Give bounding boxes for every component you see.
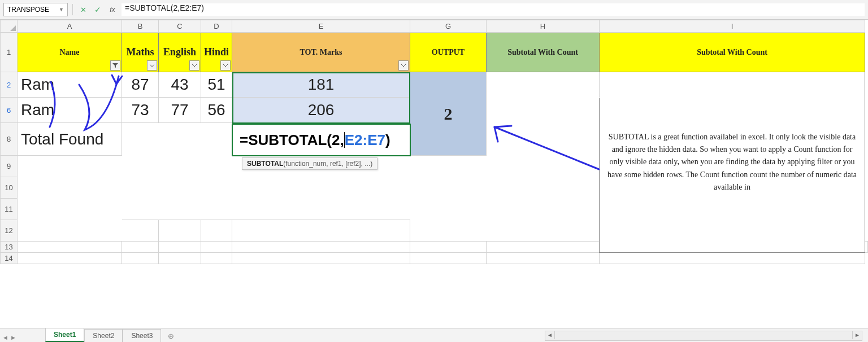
formula-confirm-button[interactable]: ✓	[92, 4, 103, 15]
cell-C8[interactable]	[159, 123, 201, 156]
row-head-2[interactable]: 2	[1, 72, 18, 98]
cell-E13[interactable]	[232, 242, 410, 253]
col-head-A[interactable]: A	[18, 20, 122, 33]
cell-C13[interactable]	[159, 242, 201, 253]
row-head-10[interactable]: 10	[1, 177, 18, 199]
cell-G13[interactable]	[410, 242, 487, 253]
sheet-tab-3[interactable]: Sheet3	[123, 329, 161, 342]
cell-E12[interactable]	[232, 220, 410, 242]
row-head-8[interactable]: 8	[1, 123, 18, 156]
filter-button-E[interactable]	[398, 60, 409, 71]
cell-D14[interactable]	[201, 253, 232, 264]
cell-D8[interactable]	[201, 123, 232, 156]
chevron-down-icon[interactable]: ▼	[59, 7, 64, 12]
cell-G10[interactable]	[410, 177, 487, 199]
cell-H10[interactable]	[487, 177, 600, 199]
cell-H6[interactable]	[487, 98, 600, 123]
cell-D13[interactable]	[201, 242, 232, 253]
cell-A13[interactable]	[18, 242, 122, 253]
row-head-1[interactable]: 1	[1, 33, 18, 72]
cell-D2[interactable]: 51	[201, 72, 232, 98]
col-head-B[interactable]: B	[122, 20, 159, 33]
cell-H12[interactable]	[487, 220, 600, 242]
cell-A12[interactable]	[18, 220, 122, 242]
col-head-D[interactable]: D	[201, 20, 232, 33]
row-head-13[interactable]: 13	[1, 242, 18, 253]
cell-E11[interactable]	[232, 199, 410, 220]
cell-H2[interactable]	[487, 72, 600, 98]
cell-H14[interactable]	[487, 253, 600, 264]
cell-B13[interactable]	[122, 242, 159, 253]
cell-D1[interactable]: Hindi	[201, 33, 232, 72]
cell-C14[interactable]	[159, 253, 201, 264]
cell-C1[interactable]: English	[159, 33, 201, 72]
filter-button-C[interactable]	[189, 60, 199, 71]
row-head-6[interactable]: 6	[1, 98, 18, 123]
cell-C11[interactable]	[159, 199, 201, 220]
cell-A2[interactable]: Ram	[18, 72, 122, 98]
scroll-right-button[interactable]: ►	[852, 331, 862, 339]
col-head-E[interactable]: E	[232, 20, 410, 33]
cell-E8-editing[interactable]: =SUBTOTAL(2,E2:E7)	[232, 124, 411, 156]
filter-button-A[interactable]	[110, 60, 120, 71]
sheet-tab-2[interactable]: Sheet2	[84, 329, 123, 342]
cell-A10[interactable]	[18, 177, 122, 199]
cell-D11[interactable]	[201, 199, 232, 220]
cell-D9[interactable]	[201, 156, 232, 177]
cell-I14[interactable]	[600, 253, 865, 264]
cell-A11[interactable]	[18, 199, 122, 220]
cell-I1[interactable]: Subtotal With Count	[600, 33, 865, 72]
col-head-H[interactable]: H	[487, 20, 600, 33]
sheet-nav[interactable]: ◄ ►	[2, 334, 16, 341]
formula-cancel-button[interactable]: ✕	[77, 4, 89, 15]
cell-C12[interactable]	[159, 220, 201, 242]
select-all-corner[interactable]	[1, 20, 18, 33]
cell-B12[interactable]	[122, 220, 159, 242]
cell-E10[interactable]	[232, 177, 410, 199]
cell-G11[interactable]	[410, 199, 487, 220]
cell-A6[interactable]: Ram	[18, 98, 122, 123]
new-sheet-button[interactable]: ⊕	[164, 330, 177, 342]
cell-G2[interactable]: 2	[410, 72, 487, 156]
insert-function-button[interactable]: fx	[107, 4, 118, 15]
cell-B11[interactable]	[122, 199, 159, 220]
row-head-14[interactable]: 14	[1, 253, 18, 264]
cell-I2[interactable]: SUBTOTAL is a great function availabel i…	[600, 72, 865, 253]
cell-D6[interactable]: 56	[201, 98, 232, 123]
cell-I13[interactable]	[865, 242, 868, 253]
cell-H1[interactable]: Subtotal With Count	[487, 33, 600, 72]
cell-C2[interactable]: 43	[159, 72, 201, 98]
cell-B6[interactable]: 73	[122, 98, 159, 123]
cell-C10[interactable]	[159, 177, 201, 199]
cell-G1[interactable]: OUTPUT	[410, 33, 487, 72]
col-head-G[interactable]: G	[410, 20, 487, 33]
cell-H9[interactable]	[487, 156, 600, 177]
cell-D12[interactable]	[201, 220, 232, 242]
row-head-12[interactable]: 12	[1, 220, 18, 242]
cell-B14[interactable]	[122, 253, 159, 264]
cell-G12[interactable]	[410, 220, 487, 242]
formula-input[interactable]: =SUBTOTAL(2,E2:E7)	[121, 3, 865, 16]
cell-E6[interactable]: 206	[232, 98, 410, 123]
filter-button-B[interactable]	[147, 60, 157, 71]
row-head-11[interactable]: 11	[1, 199, 18, 220]
cell-H13[interactable]	[487, 242, 600, 253]
cell-G9[interactable]	[410, 156, 487, 177]
col-head-C[interactable]: C	[159, 20, 201, 33]
cell-G14[interactable]	[410, 253, 487, 264]
cell-B9[interactable]	[122, 156, 159, 177]
cell-C6[interactable]: 77	[159, 98, 201, 123]
cell-E2[interactable]: 181	[232, 72, 410, 98]
cell-E1[interactable]: TOT. Marks	[232, 33, 410, 72]
cell-B2[interactable]: 87	[122, 72, 159, 98]
cell-A8[interactable]: Total Found	[18, 123, 122, 156]
cell-A9[interactable]	[18, 156, 122, 177]
cell-C9[interactable]	[159, 156, 201, 177]
cell-D10[interactable]	[201, 177, 232, 199]
cell-A1[interactable]: Name	[18, 33, 122, 72]
scroll-left-button[interactable]: ◄	[545, 331, 555, 339]
cell-B10[interactable]	[122, 177, 159, 199]
cell-H8[interactable]	[487, 123, 600, 156]
name-box[interactable]: TRANSPOSE ▼	[3, 3, 68, 16]
cell-B1[interactable]: Maths	[122, 33, 159, 72]
